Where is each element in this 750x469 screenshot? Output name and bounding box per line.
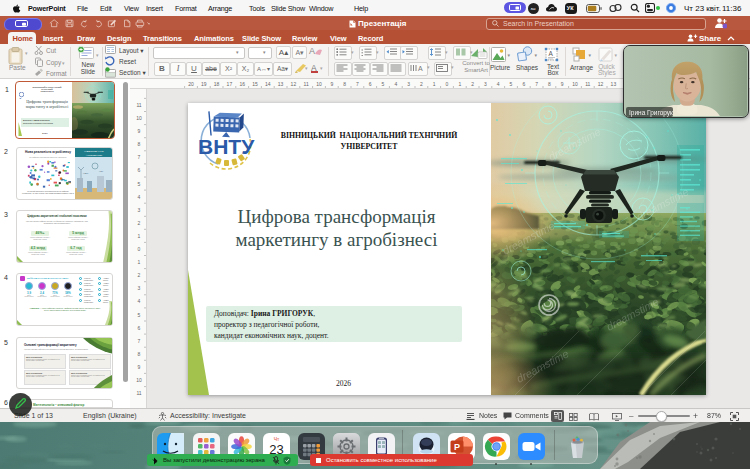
svg-text:3: 3 — [138, 207, 141, 213]
svg-text:15: 15 — [252, 81, 258, 87]
svg-text:8: 8 — [138, 351, 141, 357]
svg-text:16: 16 — [239, 81, 245, 87]
svg-text:8: 8 — [548, 81, 551, 87]
svg-text:13: 13 — [278, 81, 284, 87]
svg-text:9: 9 — [138, 128, 141, 134]
svg-text:2: 2 — [138, 220, 141, 226]
svg-text:7: 7 — [356, 81, 359, 87]
svg-text:4: 4 — [394, 81, 397, 87]
svg-text:0: 0 — [446, 81, 449, 87]
svg-text:11: 11 — [585, 81, 590, 87]
svg-text:9: 9 — [330, 81, 333, 87]
svg-text:17: 17 — [227, 81, 233, 87]
svg-text:18: 18 — [214, 81, 220, 87]
svg-text:5: 5 — [138, 312, 141, 318]
svg-text:11: 11 — [304, 81, 309, 87]
svg-text:10: 10 — [136, 115, 142, 121]
svg-text:• 8%: • 8% — [99, 170, 103, 172]
svg-text:9: 9 — [138, 364, 141, 370]
svg-text:13: 13 — [611, 81, 617, 87]
svg-text:7: 7 — [138, 338, 141, 344]
svg-text:19: 19 — [201, 81, 207, 87]
svg-text:5: 5 — [382, 81, 385, 87]
svg-text:10: 10 — [316, 81, 322, 87]
svg-text:ВНТУ: ВНТУ — [198, 135, 255, 158]
svg-text:4: 4 — [138, 298, 141, 304]
svg-text:14: 14 — [265, 81, 271, 87]
svg-text:12: 12 — [291, 81, 297, 87]
svg-text:8: 8 — [138, 141, 141, 147]
svg-text:5: 5 — [138, 181, 141, 187]
svg-text:A: A — [418, 65, 423, 72]
svg-text:20: 20 — [188, 81, 194, 87]
svg-text:7: 7 — [138, 154, 141, 160]
svg-text:• 12%: • 12% — [83, 172, 88, 174]
svg-text:1: 1 — [138, 233, 141, 239]
svg-text:8: 8 — [343, 81, 346, 87]
svg-text:0: 0 — [138, 246, 141, 252]
svg-text:6: 6 — [369, 81, 372, 87]
svg-text:6: 6 — [138, 325, 141, 331]
svg-text:2: 2 — [138, 272, 141, 278]
svg-text:7: 7 — [535, 81, 538, 87]
svg-text:1: 1 — [433, 81, 436, 87]
svg-text:9: 9 — [561, 81, 564, 87]
svg-text:1: 1 — [138, 259, 141, 265]
svg-text:P: P — [453, 442, 459, 452]
svg-text:10: 10 — [136, 377, 142, 383]
svg-text:1: 1 — [458, 81, 461, 87]
svg-text:A: A — [549, 49, 554, 56]
svg-text:6: 6 — [138, 167, 141, 173]
svg-text:3: 3 — [138, 285, 141, 291]
svg-text:2: 2 — [471, 81, 474, 87]
svg-text:11: 11 — [136, 390, 141, 396]
svg-text:12: 12 — [598, 81, 604, 87]
svg-text:4: 4 — [497, 81, 500, 87]
svg-text:11: 11 — [136, 102, 141, 108]
svg-text:6: 6 — [522, 81, 525, 87]
svg-text:4: 4 — [138, 194, 141, 200]
svg-text:5: 5 — [510, 81, 513, 87]
svg-text:3: 3 — [484, 81, 487, 87]
svg-text:10: 10 — [572, 81, 578, 87]
svg-text:3: 3 — [407, 81, 410, 87]
svg-text:АГРОСЕКТОР: АГРОСЕКТОР — [86, 154, 103, 157]
svg-text:2: 2 — [420, 81, 423, 87]
